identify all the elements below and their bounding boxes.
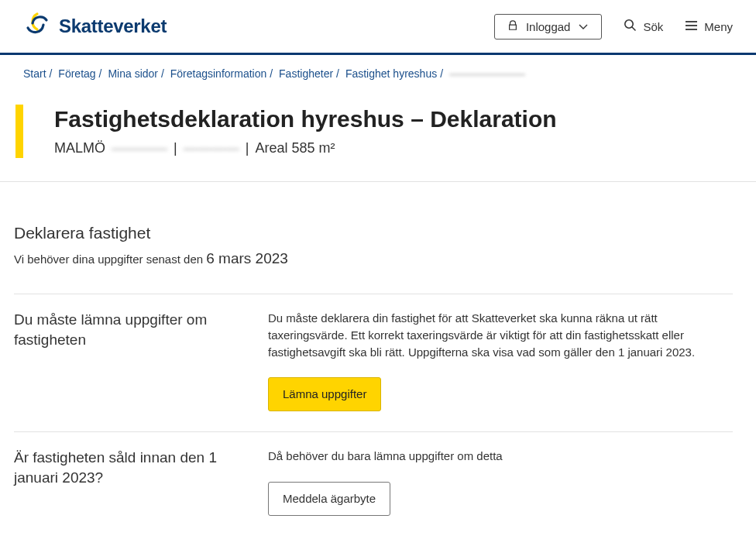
row-heading: Är fastigheten såld innan den 1 januari … (14, 448, 237, 516)
brand[interactable]: Skatteverket (23, 11, 167, 42)
redacted-text: ———— (184, 140, 239, 156)
info-row: Är fastigheten såld innan den 1 januari … (14, 432, 733, 536)
row-heading: Du måste lämna uppgifter om fastigheten (14, 310, 237, 411)
header-actions: Inloggad Sök Meny (494, 14, 733, 40)
page-subtitle: MALMÖ ———— | ———— | Areal 585 m² (54, 140, 733, 156)
breadcrumb-current-redacted: ——————— (449, 67, 525, 80)
row-body: Du måste deklarera din fastighet för att… (268, 310, 733, 411)
city-label: MALMÖ (54, 140, 105, 156)
submit-info-button[interactable]: Lämna uppgifter (268, 377, 381, 411)
site-header: Skatteverket Inloggad Sök Meny (0, 0, 756, 55)
lock-icon (507, 20, 518, 33)
chevron-down-icon (578, 20, 589, 33)
search-button[interactable]: Sök (624, 19, 663, 34)
breadcrumb-link[interactable]: Fastighet hyreshus (345, 67, 437, 80)
deadline-text: Vi behöver dina uppgifter senast den 6 m… (14, 250, 733, 267)
breadcrumb-link[interactable]: Mina sidor (108, 67, 158, 80)
page-title: Fastighetsdeklaration hyreshus – Deklara… (54, 106, 733, 132)
menu-label: Meny (704, 20, 733, 33)
section-heading: Deklarera fastighet (14, 224, 733, 242)
breadcrumb-link[interactable]: Företag (58, 67, 95, 80)
redacted-text: ———— (112, 140, 167, 156)
row-description: Då behöver du bara lämna uppgifter om de… (268, 448, 702, 465)
menu-button[interactable]: Meny (685, 20, 733, 33)
area-label: Areal 585 m² (255, 140, 335, 156)
report-ownership-button[interactable]: Meddela ägarbyte (268, 482, 390, 516)
row-description: Du måste deklarera din fastighet för att… (268, 310, 702, 360)
page-title-block: Fastighetsdeklaration hyreshus – Deklara… (15, 105, 733, 158)
search-icon (624, 19, 637, 34)
breadcrumb-link[interactable]: Start (23, 67, 46, 80)
search-label: Sök (643, 20, 663, 33)
brand-name: Skatteverket (59, 15, 167, 37)
deadline-date: 6 mars 2023 (206, 250, 288, 266)
breadcrumb-link[interactable]: Fastigheter (279, 67, 333, 80)
row-body: Då behöver du bara lämna uppgifter om de… (268, 448, 733, 516)
svg-line-1 (632, 27, 635, 30)
logo-icon (23, 11, 51, 42)
login-dropdown[interactable]: Inloggad (494, 14, 603, 40)
breadcrumb: Start/ Företag/ Mina sidor/ Företagsinfo… (0, 55, 756, 86)
hamburger-icon (685, 20, 698, 33)
login-label: Inloggad (526, 20, 571, 33)
main-content: Deklarera fastighet Vi behöver dina uppg… (0, 182, 756, 536)
info-row: Du måste lämna uppgifter om fastigheten … (14, 294, 733, 431)
breadcrumb-link[interactable]: Företagsinformation (170, 67, 267, 80)
